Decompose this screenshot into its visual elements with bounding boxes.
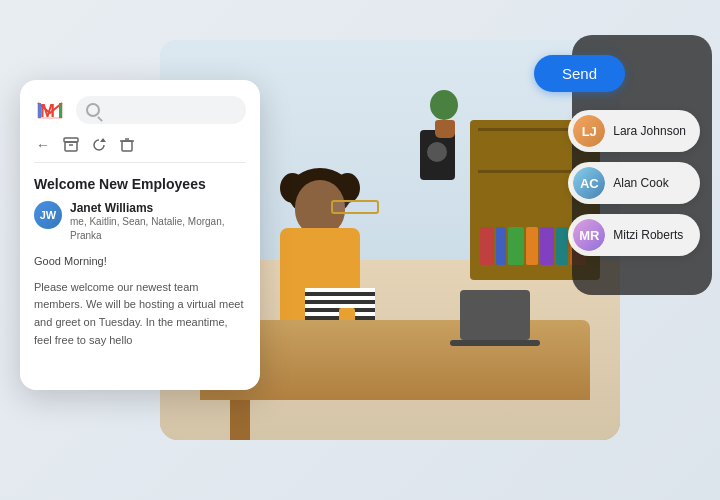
- gmail-header: M: [34, 94, 246, 126]
- delete-button[interactable]: [118, 136, 136, 154]
- contact-avatar-img-lara: LJ: [573, 115, 605, 147]
- archive-button[interactable]: [62, 136, 80, 154]
- send-button[interactable]: Send: [534, 55, 625, 92]
- gmail-toolbar: ←: [34, 136, 246, 163]
- contact-item-lara[interactable]: LJ Lara Johnson: [568, 110, 700, 152]
- laptop: [460, 290, 530, 340]
- email-subject: Welcome New Employees: [34, 175, 246, 193]
- contact-avatar-img-alan: AC: [573, 167, 605, 199]
- scene: M ← Welcome New Employees JW Janet Willi…: [0, 0, 720, 500]
- gmail-search-bar[interactable]: [76, 96, 246, 124]
- email-body: Good Morning! Please welcome our newest …: [34, 253, 246, 349]
- contact-name-mitzi: Mitzi Roberts: [613, 228, 683, 242]
- contact-name-alan: Alan Cook: [613, 176, 668, 190]
- contact-avatar-mitzi: MR: [573, 219, 605, 251]
- sender-recipients: me, Kaitlin, Sean, Natalie, Morgan, Pran…: [70, 215, 246, 243]
- contacts-panel: LJ Lara Johnson AC Alan Cook MR Mitzi Ro…: [568, 110, 700, 256]
- sender-name: Janet Williams: [70, 201, 246, 215]
- search-icon: [86, 103, 100, 117]
- sender-info: Janet Williams me, Kaitlin, Sean, Natali…: [70, 201, 246, 243]
- contact-avatar-lara: LJ: [573, 115, 605, 147]
- contact-item-alan[interactable]: AC Alan Cook: [568, 162, 700, 204]
- svg-text:M: M: [40, 101, 55, 121]
- contact-avatar-img-mitzi: MR: [573, 219, 605, 251]
- email-greeting: Good Morning!: [34, 253, 246, 271]
- plant: [430, 90, 460, 140]
- svg-rect-8: [122, 141, 132, 151]
- svg-rect-5: [65, 142, 77, 151]
- back-button[interactable]: ←: [34, 136, 52, 154]
- email-text: Please welcome our newest team members. …: [34, 279, 246, 349]
- refresh-button[interactable]: [90, 136, 108, 154]
- email-sender: JW Janet Williams me, Kaitlin, Sean, Nat…: [34, 201, 246, 243]
- contact-avatar-alan: AC: [573, 167, 605, 199]
- sender-avatar: JW: [34, 201, 62, 229]
- gmail-logo: M: [34, 94, 66, 126]
- contact-item-mitzi[interactable]: MR Mitzi Roberts: [568, 214, 700, 256]
- svg-marker-7: [100, 138, 106, 142]
- gmail-card: M ← Welcome New Employees JW Janet Willi…: [20, 80, 260, 390]
- contact-name-lara: Lara Johnson: [613, 124, 686, 138]
